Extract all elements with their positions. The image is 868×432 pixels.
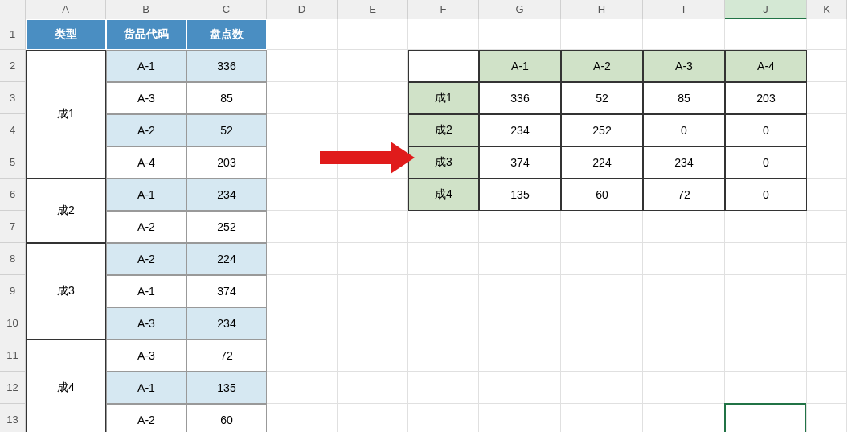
- cell[interactable]: [807, 179, 847, 211]
- source-value-cell[interactable]: 85: [186, 82, 267, 114]
- cell[interactable]: [807, 339, 847, 372]
- cell[interactable]: [643, 211, 725, 243]
- cell[interactable]: [408, 307, 479, 339]
- cell[interactable]: [725, 339, 807, 372]
- source-value-cell[interactable]: 72: [186, 339, 267, 372]
- source-code-cell[interactable]: A-3: [106, 82, 186, 114]
- source-value-cell[interactable]: 135: [186, 372, 267, 404]
- column-header[interactable]: G: [479, 0, 561, 19]
- cell[interactable]: [479, 372, 561, 404]
- cell[interactable]: [643, 243, 725, 275]
- cell[interactable]: [561, 19, 643, 50]
- row-header[interactable]: 11: [0, 339, 26, 372]
- source-header[interactable]: 盘点数: [186, 19, 267, 50]
- cell[interactable]: [338, 275, 408, 307]
- cell[interactable]: [267, 404, 338, 432]
- source-value-cell[interactable]: 374: [186, 275, 267, 307]
- cell[interactable]: [725, 404, 807, 432]
- cell[interactable]: [725, 19, 807, 50]
- cell[interactable]: [267, 50, 338, 82]
- row-header[interactable]: 3: [0, 82, 26, 114]
- cell[interactable]: [267, 211, 338, 243]
- source-code-cell[interactable]: A-1: [106, 179, 186, 211]
- cell[interactable]: [267, 19, 338, 50]
- row-header[interactable]: 13: [0, 404, 26, 432]
- cell[interactable]: [338, 211, 408, 243]
- pivot-value-cell[interactable]: 203: [725, 82, 807, 114]
- cell[interactable]: [267, 179, 338, 211]
- row-header[interactable]: 7: [0, 211, 26, 243]
- column-header[interactable]: D: [267, 0, 338, 19]
- cell[interactable]: [643, 372, 725, 404]
- cell[interactable]: [643, 404, 725, 432]
- column-header[interactable]: E: [338, 0, 408, 19]
- source-value-cell[interactable]: 60: [186, 404, 267, 432]
- cell[interactable]: [408, 243, 479, 275]
- source-value-cell[interactable]: 252: [186, 211, 267, 243]
- pivot-value-cell[interactable]: 336: [479, 82, 561, 114]
- cell[interactable]: [408, 211, 479, 243]
- source-type-cell[interactable]: 成1: [26, 50, 106, 179]
- cell[interactable]: [338, 19, 408, 50]
- pivot-value-cell[interactable]: 0: [725, 146, 807, 179]
- source-code-cell[interactable]: A-3: [106, 307, 186, 339]
- cell[interactable]: [561, 243, 643, 275]
- row-header[interactable]: 9: [0, 275, 26, 307]
- cell[interactable]: [807, 243, 847, 275]
- pivot-value-cell[interactable]: 135: [479, 179, 561, 211]
- row-header[interactable]: 4: [0, 114, 26, 146]
- row-header[interactable]: 1: [0, 19, 26, 50]
- source-value-cell[interactable]: 52: [186, 114, 267, 146]
- pivot-col-header[interactable]: A-4: [725, 50, 807, 82]
- row-header[interactable]: 6: [0, 179, 26, 211]
- pivot-row-header[interactable]: 成4: [408, 179, 479, 211]
- source-code-cell[interactable]: A-4: [106, 146, 186, 179]
- pivot-value-cell[interactable]: 374: [479, 146, 561, 179]
- cell[interactable]: [408, 339, 479, 372]
- cell[interactable]: [479, 404, 561, 432]
- cell[interactable]: [479, 243, 561, 275]
- source-value-cell[interactable]: 234: [186, 307, 267, 339]
- cell[interactable]: [267, 339, 338, 372]
- pivot-value-cell[interactable]: 52: [561, 82, 643, 114]
- cell[interactable]: [561, 372, 643, 404]
- cell[interactable]: [479, 339, 561, 372]
- cell[interactable]: [338, 50, 408, 82]
- pivot-col-header[interactable]: A-3: [643, 50, 725, 82]
- column-header[interactable]: H: [561, 0, 643, 19]
- cell[interactable]: [267, 82, 338, 114]
- source-code-cell[interactable]: A-2: [106, 114, 186, 146]
- cell[interactable]: [408, 275, 479, 307]
- cell[interactable]: [807, 307, 847, 339]
- pivot-value-cell[interactable]: 234: [479, 114, 561, 146]
- cell[interactable]: [338, 243, 408, 275]
- cell[interactable]: [479, 275, 561, 307]
- source-header[interactable]: 类型: [26, 19, 106, 50]
- cell[interactable]: [643, 275, 725, 307]
- cell[interactable]: [807, 275, 847, 307]
- source-code-cell[interactable]: A-1: [106, 50, 186, 82]
- cell[interactable]: [338, 82, 408, 114]
- cell[interactable]: [479, 307, 561, 339]
- cell[interactable]: [338, 372, 408, 404]
- column-header[interactable]: A: [26, 0, 106, 19]
- pivot-value-cell[interactable]: 252: [561, 114, 643, 146]
- pivot-col-header[interactable]: A-1: [479, 50, 561, 82]
- source-code-cell[interactable]: A-2: [106, 211, 186, 243]
- pivot-value-cell[interactable]: 85: [643, 82, 725, 114]
- cell[interactable]: [267, 243, 338, 275]
- source-type-cell[interactable]: 成2: [26, 179, 106, 243]
- cell[interactable]: [338, 339, 408, 372]
- cell[interactable]: [561, 211, 643, 243]
- row-header[interactable]: 2: [0, 50, 26, 82]
- cell[interactable]: [725, 307, 807, 339]
- row-header[interactable]: 12: [0, 372, 26, 404]
- pivot-value-cell[interactable]: 0: [725, 179, 807, 211]
- row-header[interactable]: 8: [0, 243, 26, 275]
- cell[interactable]: [408, 404, 479, 432]
- cell[interactable]: [408, 19, 479, 50]
- pivot-col-header[interactable]: A-2: [561, 50, 643, 82]
- cell[interactable]: [725, 372, 807, 404]
- pivot-row-header[interactable]: 成1: [408, 82, 479, 114]
- cell[interactable]: [479, 19, 561, 50]
